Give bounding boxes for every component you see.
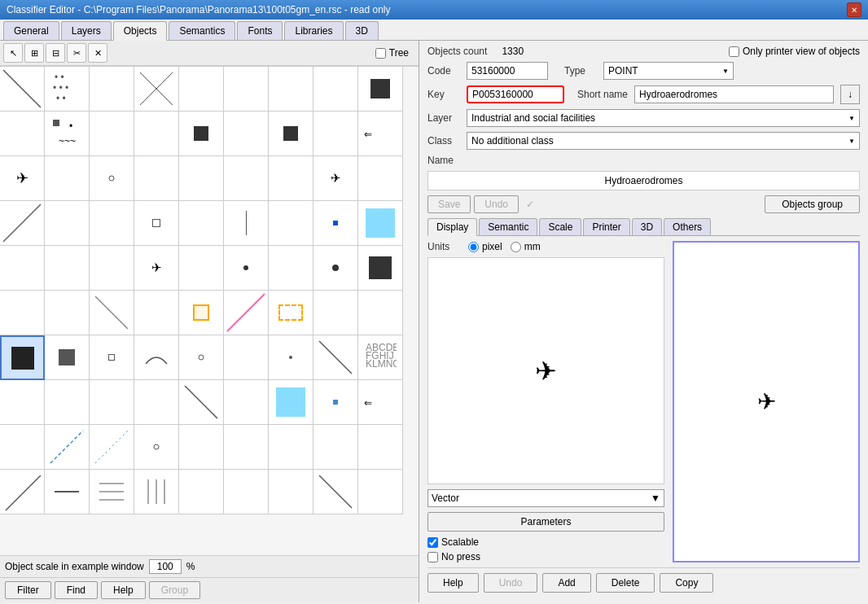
grid-cell-selected[interactable] [0,335,45,380]
grid-cell[interactable] [313,112,358,156]
undo-button[interactable]: Undo [474,195,519,213]
grid-cell[interactable] [224,335,269,380]
grid-cell[interactable] [134,156,179,201]
tab-3d[interactable]: 3D [345,21,379,40]
undo-button-bottom[interactable]: Undo [484,573,538,593]
copy-button[interactable]: Copy [660,573,713,593]
grid-cell[interactable] [90,425,134,470]
grid-cell[interactable] [179,201,224,246]
grid-cell[interactable] [134,380,179,425]
parameters-button[interactable]: Parameters [427,512,664,532]
no-press-checkbox[interactable] [427,552,438,562]
short-name-input[interactable] [634,85,834,103]
grid-cell[interactable] [224,67,269,112]
sub-tab-printer[interactable]: Printer [583,218,629,235]
grid-cell[interactable]: ⇐ [358,380,403,425]
grid-cell[interactable] [313,335,358,380]
grid-cell[interactable] [90,291,134,335]
grid-cell[interactable] [90,112,134,156]
grid-cell[interactable] [0,380,45,425]
grid-cell[interactable] [0,112,45,156]
sub-tab-scale[interactable]: Scale [539,218,581,235]
grid-cell[interactable] [0,201,45,246]
tool-x[interactable]: ✕ [88,43,107,63]
tab-fonts[interactable]: Fonts [237,21,283,40]
grid-cell[interactable] [134,201,179,246]
grid-cell[interactable] [90,380,134,425]
grid-cell[interactable]: • ~~~ [45,112,90,156]
grid-cell[interactable] [90,156,134,201]
objects-grid[interactable]: • • • • • • • [0,66,419,555]
grid-cell[interactable]: ✈ [0,156,45,201]
tab-libraries[interactable]: Libraries [284,21,343,40]
grid-cell[interactable] [224,425,269,470]
tool-minus[interactable]: ⊟ [46,43,65,63]
grid-cell[interactable] [134,291,179,335]
grid-cell[interactable] [179,112,224,156]
grid-cell[interactable] [358,246,403,291]
grid-cell[interactable] [179,425,224,470]
grid-cell[interactable] [269,156,313,201]
grid-cell[interactable]: ✈ [134,246,179,291]
grid-cell[interactable] [269,380,313,425]
save-button[interactable]: Save [427,195,471,213]
grid-cell[interactable] [179,380,224,425]
grid-cell[interactable] [179,67,224,112]
grid-cell[interactable] [179,470,224,514]
grid-cell[interactable] [179,156,224,201]
sub-tab-others[interactable]: Others [664,218,711,235]
grid-cell[interactable] [45,380,90,425]
help-button-bottom[interactable]: Help [427,573,479,593]
help-button-left[interactable]: Help [101,581,146,599]
grid-cell[interactable] [90,67,134,112]
grid-cell[interactable]: ABCDE FGHIJ KLMNO [358,335,403,380]
grid-cell[interactable]: ✈ [313,156,358,201]
grid-cell[interactable] [313,470,358,514]
find-button[interactable]: Find [55,581,98,599]
grid-cell[interactable]: • • • • • • • [45,67,90,112]
grid-cell[interactable] [134,470,179,514]
mm-radio[interactable] [511,242,521,252]
grid-cell[interactable] [224,470,269,514]
grid-cell[interactable] [224,246,269,291]
key-input[interactable] [467,85,564,103]
scalable-checkbox[interactable] [427,537,438,548]
short-name-arrow-btn[interactable]: ↓ [840,85,860,104]
grid-cell[interactable] [269,335,313,380]
tool-grid[interactable]: ⊞ [24,43,44,63]
grid-cell[interactable] [224,291,269,335]
grid-cell[interactable] [269,291,313,335]
grid-cell[interactable] [134,67,179,112]
grid-cell[interactable] [358,156,403,201]
grid-cell[interactable] [90,335,134,380]
tree-checkbox[interactable] [375,48,386,59]
grid-cell[interactable] [313,201,358,246]
grid-cell[interactable] [134,335,179,380]
grid-cell[interactable] [45,156,90,201]
grid-cell[interactable]: ⇐ [358,112,403,156]
pixel-radio[interactable] [468,242,479,252]
grid-cell[interactable] [313,380,358,425]
grid-cell[interactable] [45,470,90,514]
grid-cell[interactable] [90,246,134,291]
grid-cell[interactable] [269,201,313,246]
add-button[interactable]: Add [542,573,590,593]
tab-semantics[interactable]: Semantics [169,21,235,40]
grid-cell[interactable] [358,425,403,470]
grid-cell[interactable] [269,425,313,470]
grid-cell[interactable] [45,246,90,291]
grid-cell[interactable] [179,291,224,335]
grid-cell[interactable] [179,246,224,291]
tool-cursor[interactable]: ↖ [3,43,23,63]
grid-cell[interactable] [0,291,45,335]
grid-cell[interactable] [45,335,90,380]
tab-general[interactable]: General [3,21,59,40]
grid-cell[interactable] [269,246,313,291]
filter-button[interactable]: Filter [5,581,51,599]
grid-cell[interactable] [45,425,90,470]
grid-cell[interactable] [313,425,358,470]
tab-objects[interactable]: Objects [113,21,168,41]
grid-cell[interactable] [358,201,403,246]
grid-cell[interactable] [45,201,90,246]
grid-cell[interactable] [313,67,358,112]
